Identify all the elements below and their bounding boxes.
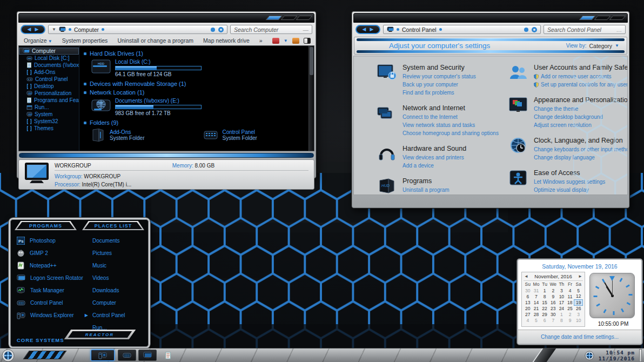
month-header[interactable]: November, 2016 — [529, 273, 578, 279]
category-title[interactable]: Network and Internet — [403, 104, 499, 112]
calendar-day[interactable]: 22 — [540, 305, 549, 311]
place-item-videos[interactable]: Videos — [92, 272, 149, 284]
calendar-day[interactable]: 12 — [574, 293, 583, 299]
change-datetime-link[interactable]: Change date and time settings... — [541, 334, 619, 340]
ease-access-icon[interactable] — [508, 169, 528, 194]
calendar-day-selected[interactable]: 19 — [574, 299, 583, 305]
calendar-day[interactable]: 16 — [549, 299, 558, 305]
sidebar-item-system32[interactable]: System32 — [23, 118, 79, 125]
toolbar-button[interactable]: » — [259, 37, 263, 44]
places-tab[interactable]: PLACES LIST — [82, 221, 144, 230]
toolbar-button[interactable]: Organize ▼ — [24, 37, 52, 44]
category-link[interactable]: Find and fix problems — [403, 89, 476, 97]
views-dropdown-icon[interactable] — [272, 38, 279, 44]
calendar-day[interactable]: 6 — [540, 317, 549, 323]
calendar-day[interactable]: 31 — [532, 287, 541, 293]
calendar-day[interactable]: 5 — [574, 287, 583, 293]
refresh-icon[interactable] — [218, 27, 224, 32]
calendar-day[interactable]: 27 — [524, 311, 532, 317]
calendar-day[interactable]: 7 — [549, 317, 558, 323]
toolbar-button[interactable]: Map network drive — [203, 37, 250, 44]
program-item-notepad[interactable]: Notepad++ — [17, 259, 91, 272]
place-item-downloads[interactable]: Downloads — [92, 284, 149, 297]
taskbar-button-explorer[interactable] — [91, 350, 115, 361]
calendar-day[interactable]: 2 — [549, 287, 558, 293]
calendar-day[interactable]: 11 — [566, 293, 574, 299]
sidebar-item-control-panel[interactable]: Control Panel — [23, 76, 79, 83]
place-item-documents[interactable]: Documents — [92, 234, 149, 247]
sidebar-item-run[interactable]: Run... — [23, 104, 79, 111]
minimize-button[interactable] — [266, 16, 283, 20]
place-item-computer[interactable]: Computer — [92, 297, 149, 309]
calendar-day[interactable]: 1 — [558, 311, 566, 317]
category-link[interactable]: Choose homegroup and sharing options — [403, 129, 499, 137]
clock-region-icon[interactable] — [508, 137, 528, 162]
system-security-icon[interactable] — [377, 64, 397, 97]
breadcrumb[interactable]: Computer — [74, 26, 99, 33]
program-item-logon-screen-rotator[interactable]: Logon Screen Rotator — [17, 272, 91, 284]
sidebar-item-documents-vboxsvr[interactable]: Documents (\\vboxsvr — [23, 62, 79, 69]
category-link[interactable]: View devices and printers — [403, 153, 466, 162]
calendar-day[interactable]: 7 — [532, 293, 541, 299]
close-button[interactable] — [296, 16, 313, 20]
prev-month-icon[interactable]: ◄ — [524, 274, 529, 279]
calendar-day[interactable]: 5 — [532, 317, 541, 323]
group-heading[interactable]: Folders (9) — [84, 119, 304, 126]
hardware-sound-icon[interactable] — [377, 145, 397, 170]
calendar-day[interactable]: 8 — [558, 317, 566, 323]
category-link[interactable]: Uninstall a program — [403, 186, 450, 194]
sidebar-item-add-ons[interactable]: Add-Ons — [23, 69, 79, 76]
category-link[interactable]: Connect to the Internet — [403, 113, 499, 121]
cp-titlebar[interactable] — [353, 13, 628, 23]
back-icon[interactable]: ◀ — [28, 27, 31, 32]
program-item-photoshop[interactable]: PsPhotoshop — [17, 234, 91, 247]
toolbar-button[interactable]: System properties — [62, 37, 108, 44]
explorer-titlebar[interactable] — [18, 13, 314, 23]
programs-tab[interactable]: PROGRAMS — [15, 221, 77, 230]
forward-icon[interactable]: ▶ — [370, 27, 374, 32]
place-item-control-panel[interactable]: Control Panel — [92, 309, 149, 321]
sidebar-item-computer[interactable]: Computer — [19, 48, 79, 55]
maximize-button[interactable] — [281, 16, 298, 20]
appearance-icon[interactable] — [508, 96, 528, 129]
calendar-day[interactable]: 3 — [558, 287, 566, 293]
calendar-day[interactable]: 4 — [524, 317, 532, 323]
minimize-button[interactable] — [579, 16, 596, 20]
category-title[interactable]: Hardware and Sound — [403, 145, 466, 152]
calendar-day[interactable]: 14 — [532, 299, 541, 305]
sidebar-item-local-disk-c[interactable]: Local Disk [C:] — [23, 55, 79, 62]
program-item-task-manager[interactable]: Task Manager — [17, 284, 91, 297]
address-dropdown-icon[interactable] — [524, 28, 528, 32]
calendar-day[interactable]: 8 — [540, 293, 549, 299]
start-button[interactable] — [2, 349, 15, 362]
sidebar-item-personalization[interactable]: Personalization — [23, 90, 79, 97]
chevron-down-icon[interactable]: ▼ — [615, 43, 619, 48]
sidebar-item-desktop[interactable]: Desktop — [23, 83, 79, 90]
calendar-day[interactable]: 9 — [566, 317, 574, 323]
change-view-icon[interactable] — [304, 38, 311, 44]
calendar-day[interactable]: 30 — [524, 287, 532, 293]
folder-item[interactable]: Control PanelSystem Folder — [204, 128, 257, 142]
calendar-day[interactable]: 25 — [566, 305, 574, 311]
group-heading[interactable]: Network Location (1) — [84, 89, 304, 96]
program-item-control-panel[interactable]: Control Panel — [17, 297, 91, 309]
tray-gear-icon[interactable] — [585, 351, 594, 360]
sidebar-item-themes[interactable]: Themes — [23, 125, 79, 132]
calendar-day[interactable]: 9 — [549, 293, 558, 299]
calendar-day[interactable]: 6 — [524, 293, 532, 299]
address-bar[interactable]: ▼ Computer — [48, 25, 227, 34]
calendar-day[interactable]: 20 — [524, 305, 532, 311]
calendar-day[interactable]: 3 — [574, 311, 583, 317]
taskbar-button-display[interactable] — [138, 350, 157, 361]
drive-item[interactable]: HDDDocuments (\\vboxsrv) (E:)983 GB free… — [91, 98, 304, 116]
taskbar-clock[interactable]: 10:54 pm 11/19/2016 — [599, 350, 635, 362]
show-desktop-button[interactable] — [639, 349, 642, 362]
next-month-icon[interactable]: ► — [578, 274, 583, 279]
category-title[interactable]: System and Security — [403, 64, 476, 71]
calendar-day[interactable]: 24 — [558, 305, 566, 311]
category-title[interactable]: Programs — [403, 177, 450, 185]
calendar-day[interactable]: 17 — [558, 299, 566, 305]
chevron-down-icon[interactable]: ▼ — [52, 27, 56, 32]
close-button[interactable] — [609, 16, 626, 20]
breadcrumb[interactable]: Control Panel — [402, 26, 437, 33]
